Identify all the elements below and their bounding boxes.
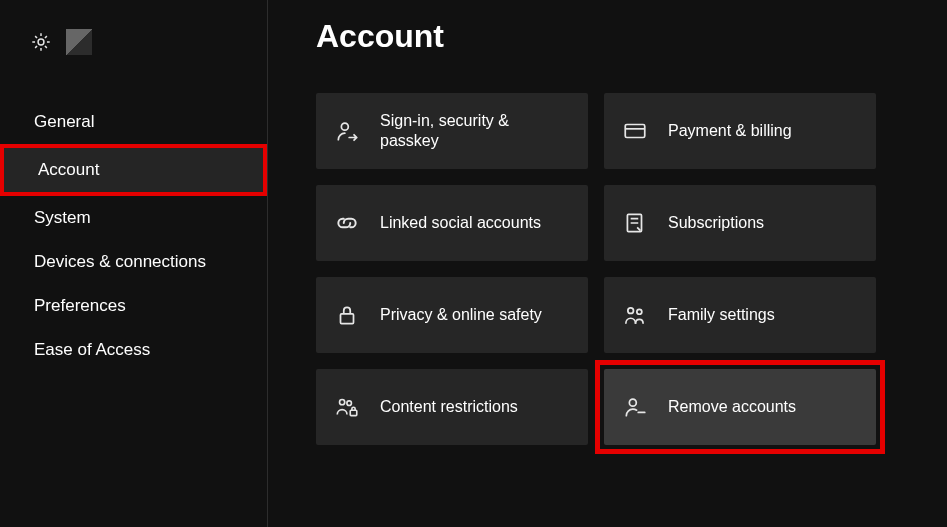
- svg-rect-9: [350, 410, 357, 415]
- tile-label: Remove accounts: [668, 397, 796, 417]
- svg-point-5: [628, 308, 634, 314]
- sidebar-item-label: General: [34, 112, 94, 132]
- highlight-account-sidebar: Account: [0, 144, 267, 196]
- sidebar-item-preferences[interactable]: Preferences: [0, 284, 267, 328]
- tile-family-settings[interactable]: Family settings: [604, 277, 876, 353]
- tile-label: Content restrictions: [380, 397, 518, 417]
- sidebar-nav: General Account System Devices & connect…: [0, 100, 267, 372]
- gear-icon: [30, 31, 52, 53]
- sidebar-item-ease-of-access[interactable]: Ease of Access: [0, 328, 267, 372]
- tile-remove-accounts[interactable]: Remove accounts: [604, 369, 876, 445]
- sidebar-item-label: Preferences: [34, 296, 126, 316]
- svg-rect-4: [341, 314, 354, 324]
- tile-subscriptions[interactable]: Subscriptions: [604, 185, 876, 261]
- sidebar-item-label: Ease of Access: [34, 340, 150, 360]
- link-icon: [334, 210, 360, 236]
- main-panel: Account Sign-in, security & passkey: [268, 0, 947, 527]
- account-tile-grid: Sign-in, security & passkey Payment & bi…: [316, 93, 907, 445]
- sidebar-item-label: Devices & connections: [34, 252, 206, 272]
- tile-label: Subscriptions: [668, 213, 764, 233]
- family-icon: [622, 302, 648, 328]
- tile-sign-in-security-passkey[interactable]: Sign-in, security & passkey: [316, 93, 588, 169]
- credit-card-icon: [622, 118, 648, 144]
- svg-point-6: [637, 309, 642, 314]
- tile-payment-billing[interactable]: Payment & billing: [604, 93, 876, 169]
- sidebar-item-label: Account: [38, 160, 99, 180]
- tile-label: Privacy & online safety: [380, 305, 542, 325]
- people-lock-icon: [334, 394, 360, 420]
- page-title: Account: [316, 18, 907, 55]
- tile-content-restrictions[interactable]: Content restrictions: [316, 369, 588, 445]
- person-remove-icon: [622, 394, 648, 420]
- svg-point-0: [38, 39, 44, 45]
- tile-label: Family settings: [668, 305, 775, 325]
- svg-rect-2: [625, 125, 645, 138]
- receipt-icon: [622, 210, 648, 236]
- svg-point-1: [341, 123, 348, 130]
- svg-point-8: [347, 401, 352, 406]
- tile-label: Sign-in, security & passkey: [380, 111, 560, 151]
- sidebar-item-devices-connections[interactable]: Devices & connections: [0, 240, 267, 284]
- sidebar-item-account[interactable]: Account: [4, 148, 263, 192]
- sidebar-item-label: System: [34, 208, 91, 228]
- tile-label: Payment & billing: [668, 121, 792, 141]
- person-arrow-icon: [334, 118, 360, 144]
- lock-icon: [334, 302, 360, 328]
- sidebar-item-general[interactable]: General: [0, 100, 267, 144]
- sidebar-item-system[interactable]: System: [0, 196, 267, 240]
- tile-label: Linked social accounts: [380, 213, 541, 233]
- settings-sidebar: General Account System Devices & connect…: [0, 0, 268, 527]
- sidebar-header: [0, 0, 267, 60]
- tile-privacy-online-safety[interactable]: Privacy & online safety: [316, 277, 588, 353]
- svg-point-7: [340, 400, 345, 405]
- tile-linked-social-accounts[interactable]: Linked social accounts: [316, 185, 588, 261]
- avatar: [66, 29, 92, 55]
- svg-point-10: [629, 399, 636, 406]
- highlight-remove-accounts: Remove accounts: [595, 360, 885, 454]
